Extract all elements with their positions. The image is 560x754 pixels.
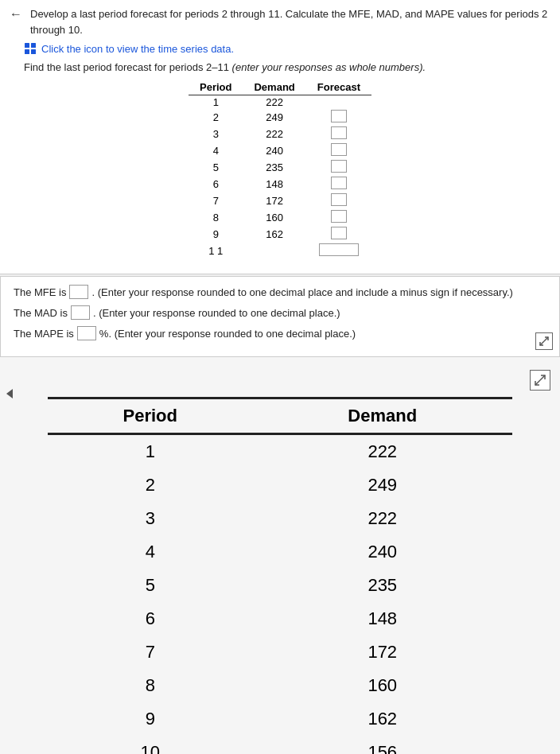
forecast-input[interactable]: [331, 126, 347, 139]
forecast-cell: [306, 109, 371, 126]
large-demand-header: Demand: [253, 398, 512, 434]
mfe-label: The MFE is: [14, 286, 66, 298]
top-right-expand-icon[interactable]: [530, 370, 550, 391]
corner-expand-icon[interactable]: [535, 332, 553, 350]
forecast-cell: [306, 192, 371, 209]
demand-cell: [243, 243, 305, 259]
mad-row: The MAD is . (Enter your response rounde…: [14, 305, 546, 320]
table-row: 6 148: [189, 176, 371, 192]
svg-line-7: [535, 380, 540, 385]
demand-header: Demand: [243, 80, 305, 95]
mape-label: The MAPE is: [14, 328, 74, 340]
demand-cell: 240: [253, 535, 512, 569]
period-cell: 3: [189, 126, 243, 142]
table-row: 1 222: [189, 95, 371, 110]
period-cell: 8: [189, 209, 243, 226]
svg-rect-2: [25, 49, 29, 54]
table-row: 2 249: [189, 109, 371, 126]
period-cell: 9: [189, 226, 243, 243]
table-row: 7 172: [189, 192, 371, 209]
period-cell: 4: [189, 142, 243, 159]
forecast-cell: [306, 95, 371, 110]
icon-row: Click the icon to view the time series d…: [24, 42, 550, 55]
table-row: 8 160: [48, 669, 512, 702]
demand-cell: 160: [243, 209, 305, 226]
table-row: 1 222: [48, 434, 512, 469]
period-cell: 3: [48, 502, 253, 535]
forecast-input[interactable]: [331, 193, 347, 206]
forecast-input[interactable]: [331, 227, 347, 239]
back-arrow-icon[interactable]: ←: [10, 7, 22, 21]
demand-cell: 240: [243, 142, 305, 159]
table-row: 7 172: [48, 635, 512, 669]
demand-cell: 222: [243, 126, 305, 142]
demand-cell: 249: [243, 109, 305, 126]
period-cell: 2: [48, 468, 253, 502]
triangle-icon: [6, 389, 13, 398]
view-data-link[interactable]: Click the icon to view the time series d…: [41, 43, 234, 55]
mfe-suffix: . (Enter your response rounded to one de…: [91, 286, 512, 298]
period-cell: 5: [189, 159, 243, 176]
demand-cell: 222: [253, 434, 512, 469]
table-row: 3 222: [189, 126, 371, 142]
demand-cell: 172: [243, 192, 305, 209]
period-cell: 7: [48, 635, 253, 669]
table-row: 9 162: [189, 226, 371, 243]
answer-section: The MFE is . (Enter your response rounde…: [0, 276, 560, 357]
forecast-header: Forecast: [306, 80, 371, 95]
period-cell: 4: [48, 535, 253, 569]
period-cell: 2: [189, 109, 243, 126]
table-row: 6 148: [48, 602, 512, 635]
forecast-input[interactable]: [331, 143, 347, 156]
grid-icon[interactable]: [24, 42, 37, 55]
mape-input[interactable]: [77, 326, 96, 340]
forecast-input[interactable]: [331, 160, 347, 173]
table-row: 10 156: [48, 736, 512, 754]
top-panel: ← Develop a last period forecast for per…: [0, 0, 560, 274]
table-row: 2 249: [48, 468, 512, 502]
period-cell: 7: [189, 192, 243, 209]
svg-rect-1: [31, 43, 36, 48]
demand-cell: 156: [253, 736, 512, 754]
svg-line-6: [540, 375, 545, 380]
demand-cell: 160: [253, 669, 512, 702]
period-cell: 1 1: [189, 243, 243, 259]
mfe-input[interactable]: [69, 285, 88, 299]
mape-suffix: %. (Enter your response rounded to one d…: [99, 328, 356, 340]
period-cell: 10: [48, 736, 253, 754]
bottom-panel: Period Demand 1 222 2 249 3 222 4: [0, 357, 560, 754]
mad-suffix: . (Enter your response rounded to one de…: [93, 307, 340, 319]
demand-cell: 222: [253, 502, 512, 535]
forecast-input[interactable]: [331, 110, 347, 122]
period-cell: 9: [48, 702, 253, 736]
small-table-container: Period Demand Forecast 1 222 2 249 3: [10, 80, 550, 259]
forecast-input[interactable]: [331, 210, 347, 223]
period-cell: 6: [48, 602, 253, 635]
large-period-header: Period: [48, 398, 253, 434]
find-text: Find the last period forecast for period…: [24, 61, 550, 73]
forecast-cell: [306, 126, 371, 142]
last-row-forecast-input[interactable]: [319, 243, 359, 256]
period-cell: 1: [48, 434, 253, 469]
period-cell: 6: [189, 176, 243, 192]
instructions-text: Develop a last period forecast for perio…: [30, 6, 550, 37]
forecast-cell: [306, 176, 371, 192]
forecast-cell: [306, 142, 371, 159]
mad-input[interactable]: [71, 305, 90, 320]
svg-rect-3: [31, 49, 36, 54]
mad-label: The MAD is: [14, 307, 68, 319]
forecast-input[interactable]: [331, 177, 347, 189]
large-data-table: Period Demand 1 222 2 249 3 222 4: [48, 397, 512, 754]
demand-cell: 162: [253, 702, 512, 736]
demand-cell: 172: [253, 635, 512, 669]
demand-cell: 222: [243, 95, 305, 110]
table-row: 5 235: [189, 159, 371, 176]
svg-rect-0: [25, 43, 29, 48]
demand-cell: 148: [253, 602, 512, 635]
table-row: 9 162: [48, 702, 512, 736]
demand-cell: 249: [253, 468, 512, 502]
forecast-table: Period Demand Forecast 1 222 2 249 3: [189, 80, 371, 259]
table-row: 1 1: [189, 243, 371, 259]
table-row: 3 222: [48, 502, 512, 535]
mape-row: The MAPE is %. (Enter your response roun…: [14, 326, 546, 340]
